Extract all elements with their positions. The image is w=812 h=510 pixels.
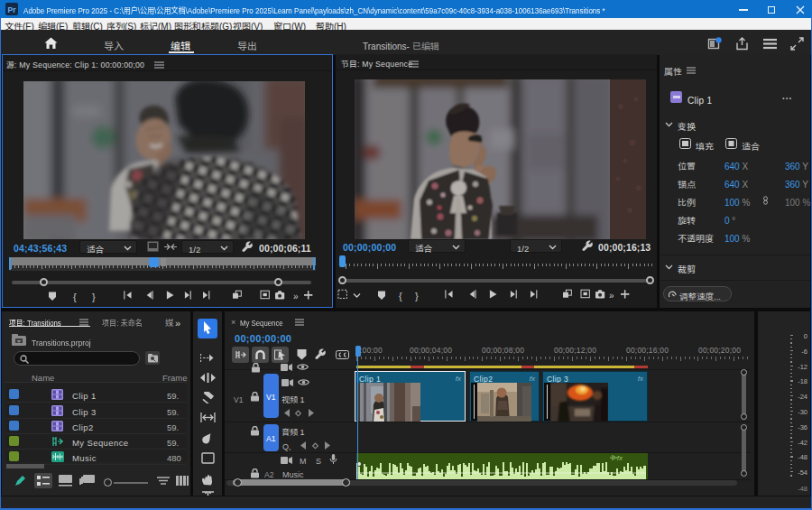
svg-text:}: } <box>92 292 96 302</box>
svg-text:»: » <box>609 291 614 301</box>
svg-text:{: { <box>399 291 402 301</box>
svg-text:{: { <box>73 292 77 302</box>
svg-text:»: » <box>293 292 299 301</box>
svg-text:}: } <box>415 291 419 301</box>
